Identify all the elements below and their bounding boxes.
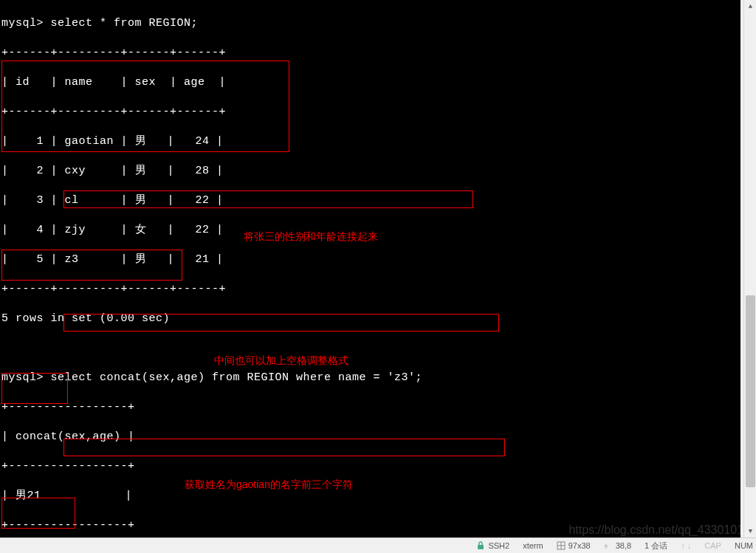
status-bar: SSH2 xterm 97x38 ⎀ 38,8 1 会话 ↑ ↓ CAP NUM bbox=[0, 537, 756, 553]
mysql-prompt: mysql> bbox=[1, 371, 44, 384]
annotation-3: 获取姓名为gaotian的名字前三个字符 bbox=[185, 478, 353, 492]
table-border: +------+---------+------+------+ bbox=[1, 46, 739, 61]
terminal-output[interactable]: mysql> select * from REGION; +------+---… bbox=[0, 0, 740, 537]
status-num: NUM bbox=[735, 541, 753, 550]
table-row: | 男21 | bbox=[1, 489, 739, 504]
table-row: | 5 | z3 | 男 | 21 | bbox=[1, 253, 739, 267]
status-pos-label: 38,8 bbox=[616, 541, 631, 550]
cursor-icon: ⎀ bbox=[604, 541, 613, 550]
table-row: | 2 | cxy | 男 | 28 | bbox=[1, 164, 739, 179]
table-border: +------+---------+------+------+ bbox=[1, 282, 739, 297]
status-size: 97x38 bbox=[557, 541, 591, 550]
svg-text:⎀: ⎀ bbox=[604, 542, 608, 550]
table-border: +------+---------+------+------+ bbox=[1, 105, 739, 120]
status-term: xterm bbox=[523, 541, 543, 550]
grid-icon bbox=[557, 541, 566, 550]
scrollbar-thumb[interactable] bbox=[746, 295, 755, 487]
status-cap: CAP bbox=[704, 541, 721, 550]
table-border: +-----------------+ bbox=[1, 518, 739, 533]
rows-affected: 5 rows in set (0.00 sec) bbox=[1, 312, 739, 326]
query-2: select concat(sex,age) from REGION where… bbox=[51, 371, 423, 384]
status-size-label: 97x38 bbox=[568, 541, 591, 550]
status-arrows: ↑ ↓ bbox=[681, 541, 691, 550]
scroll-down-button[interactable]: ▼ bbox=[744, 525, 756, 537]
scrollbar-track[interactable]: ▲ ▼ bbox=[743, 0, 756, 537]
annotation-2: 中间也可以加上空格调整格式 bbox=[214, 354, 348, 368]
status-pos: ⎀ 38,8 bbox=[604, 541, 631, 550]
query-1: select * from REGION; bbox=[51, 17, 199, 30]
status-ssh: SSH2 bbox=[476, 541, 509, 550]
annotation-1: 将张三的性别和年龄连接起来 bbox=[244, 230, 378, 244]
lock-icon bbox=[476, 541, 485, 550]
table-border: +-----------------+ bbox=[1, 459, 739, 474]
table-row: | 1 | gaotian | 男 | 24 | bbox=[1, 134, 739, 149]
table-border: +-----------------+ bbox=[1, 400, 739, 415]
status-sessions: 1 会话 bbox=[645, 540, 667, 552]
mysql-prompt: mysql> bbox=[1, 17, 44, 30]
blank-line bbox=[1, 341, 739, 356]
scroll-up-button[interactable]: ▲ bbox=[744, 0, 756, 13]
status-ssh-label: SSH2 bbox=[488, 541, 509, 550]
svg-rect-0 bbox=[478, 545, 484, 549]
table-row: | 3 | cl | 男 | 22 | bbox=[1, 193, 739, 208]
table-header: | id | name | sex | age | bbox=[1, 75, 739, 90]
table-header: | concat(sex,age) | bbox=[1, 430, 739, 444]
